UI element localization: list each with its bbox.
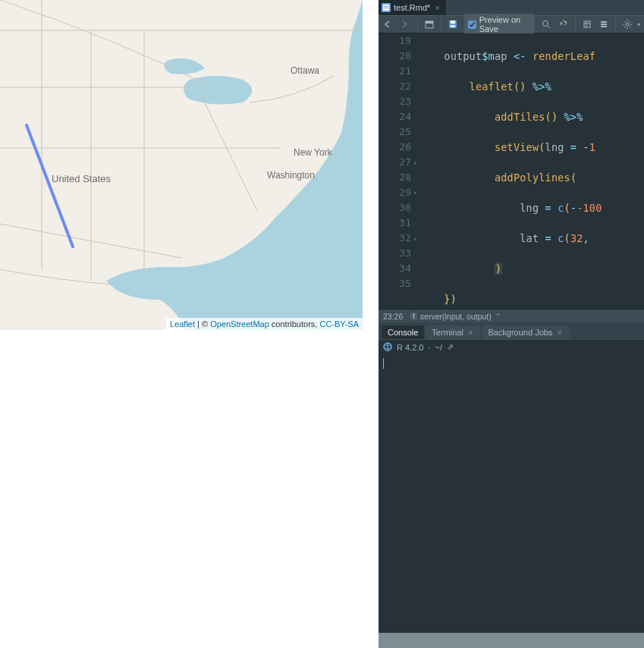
bottom-statusbar	[379, 633, 644, 648]
show-in-window-button[interactable]	[422, 17, 436, 32]
close-icon[interactable]: ×	[467, 328, 474, 337]
r-session-icon	[383, 342, 392, 353]
svg-point-19	[626, 23, 629, 26]
preview-on-save-label: Preview on Save	[479, 15, 531, 33]
close-icon[interactable]: ×	[433, 3, 441, 12]
rstudio-pane: test.Rmd* × Preview on Save ▾	[372, 0, 644, 648]
svg-rect-18	[601, 26, 607, 27]
code-area[interactable]: output$map <- renderLeaf leaflet() %>% a…	[419, 33, 644, 309]
map-label-usa: United States	[52, 173, 111, 184]
attribution-osm-link[interactable]: OpenStreetMap	[210, 319, 269, 329]
svg-rect-10	[451, 25, 455, 27]
outline-button[interactable]	[596, 17, 611, 32]
svg-line-12	[548, 26, 550, 28]
working-dir[interactable]: ~/	[435, 343, 442, 352]
r-version-label: R 4.2.0	[397, 343, 423, 352]
console-header: R 4.2.0 · ~/ ⇗	[379, 339, 644, 354]
svg-line-24	[624, 21, 625, 22]
save-button[interactable]	[446, 17, 460, 32]
svg-line-25	[630, 27, 630, 27]
nav-forward-button[interactable]	[398, 17, 413, 32]
chevron-down-icon[interactable]: ▾	[637, 20, 641, 28]
leaflet-map[interactable]: Ottawa New York Washington United States…	[0, 0, 363, 330]
find-button[interactable]	[539, 17, 554, 32]
svg-line-27	[624, 27, 625, 27]
source-tab-bar: test.Rmd* ×	[379, 0, 644, 15]
scope-icon: f	[410, 313, 417, 320]
attribution-leaflet-link[interactable]: Leaflet	[170, 319, 195, 329]
svg-point-11	[543, 21, 548, 27]
knit-button[interactable]	[580, 17, 594, 32]
scope-path[interactable]: server(input, output)	[420, 312, 492, 321]
console-cursor	[383, 358, 384, 369]
line-number-gutter: 19 20 21 22 23 24 25 26 27▴ 28 29▾ 30 31…	[379, 33, 419, 309]
source-status-bar: 23:26 f server(input, output) ⌃	[379, 309, 644, 322]
wd-popout-icon[interactable]: ⇗	[447, 342, 454, 352]
svg-point-13	[565, 21, 567, 23]
code-tools-button[interactable]	[556, 17, 570, 32]
preview-on-save-toggle[interactable]: Preview on Save	[464, 14, 535, 35]
svg-rect-16	[601, 21, 607, 23]
map-label-ottawa: Ottawa	[291, 65, 319, 76]
tab-background-jobs[interactable]: Background Jobs×	[482, 326, 569, 339]
console-body[interactable]	[379, 354, 644, 633]
rmd-file-icon	[382, 3, 391, 12]
source-editor[interactable]: 19 20 21 22 23 24 25 26 27▴ 28 29▾ 30 31…	[379, 33, 644, 309]
nav-back-button[interactable]	[382, 17, 396, 32]
console-tab-bar: Console Terminal× Background Jobs×	[379, 322, 644, 339]
settings-button[interactable]	[620, 17, 635, 32]
attribution-license-link[interactable]: CC-BY-SA	[319, 319, 359, 329]
map-attribution: Leaflet | © OpenStreetMap contributors, …	[166, 318, 363, 330]
svg-rect-9	[451, 20, 455, 24]
tab-console[interactable]: Console	[382, 326, 424, 339]
file-tab-label: test.Rmd*	[394, 3, 430, 12]
source-toolbar: Preview on Save ▾	[379, 15, 644, 33]
svg-line-26	[630, 21, 630, 22]
file-tab[interactable]: test.Rmd* ×	[379, 0, 447, 15]
svg-rect-15	[584, 21, 590, 27]
svg-rect-7	[426, 21, 433, 24]
tab-terminal[interactable]: Terminal×	[426, 326, 480, 339]
map-svg	[0, 0, 363, 330]
svg-rect-17	[601, 24, 607, 25]
cursor-position: 23:26	[383, 312, 403, 321]
viewer-pane: Ottawa New York Washington United States…	[0, 0, 372, 648]
close-icon[interactable]: ×	[555, 328, 563, 337]
svg-rect-5	[384, 8, 388, 8]
map-label-newyork: New York	[294, 147, 332, 158]
map-label-washington: Washington	[267, 170, 315, 181]
svg-point-14	[563, 20, 564, 21]
svg-rect-4	[384, 6, 388, 7]
